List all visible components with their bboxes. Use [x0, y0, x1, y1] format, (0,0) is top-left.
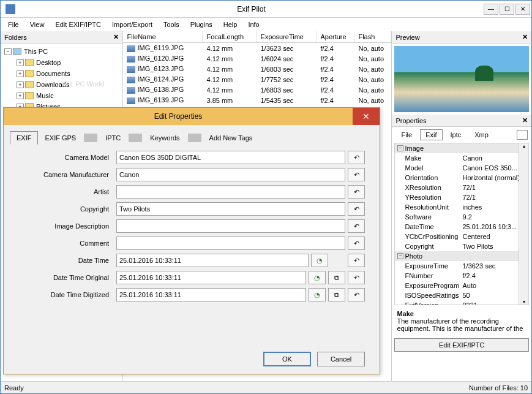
property-row[interactable]: ResolutionUnitinches — [395, 202, 528, 212]
menu-tools[interactable]: Tools — [159, 20, 184, 29]
input-datetime-original[interactable] — [116, 271, 306, 284]
input-camera-model[interactable] — [116, 151, 345, 164]
tree-item-documents[interactable]: +Documents — [2, 68, 121, 79]
dialog-titlebar[interactable]: Edit Properties ✕ — [4, 108, 380, 125]
dialog-close-button[interactable]: ✕ — [353, 108, 380, 125]
property-row[interactable]: YResolution72/1 — [395, 192, 528, 202]
menu-view[interactable]: View — [25, 20, 50, 29]
tab-iptc[interactable]: IPTC — [99, 131, 127, 145]
menu-import-export[interactable]: Import/Export — [107, 20, 157, 29]
help-title: Make — [397, 310, 526, 317]
folders-close-icon[interactable]: ✕ — [113, 33, 119, 41]
input-comment[interactable] — [116, 237, 345, 250]
property-row[interactable]: ExposureProgramAuto — [395, 281, 528, 290]
input-artist[interactable] — [116, 185, 345, 199]
property-row[interactable]: ModelCanon EOS 350... — [395, 163, 528, 173]
label-datetime: Date Time — [18, 257, 116, 264]
app-title: Exif Pilot — [19, 5, 484, 13]
property-row[interactable]: DateTime25.01.2016 10:3... — [395, 222, 528, 232]
table-row[interactable]: IMG_6124.JPG4.12 mm1/7752 secf/2.4No, au… — [123, 74, 391, 85]
clock-icon[interactable]: ◔ — [309, 288, 326, 301]
edit-exif-iptc-button[interactable]: Edit EXIF/IPTC — [394, 338, 529, 352]
preview-close-icon[interactable]: ✕ — [522, 33, 528, 41]
dialog-tabs: EXIF EXIF GPS IPTC Keywords Add New Tags — [4, 125, 380, 145]
tab-exif[interactable]: EXIF — [10, 131, 38, 145]
property-row[interactable]: XResolution72/1 — [395, 183, 528, 192]
undo-icon[interactable]: ↶ — [348, 202, 365, 216]
property-row[interactable]: OrientationHorizontal (normal) — [395, 173, 528, 183]
menu-edit-exif[interactable]: Edit EXIF/IPTC — [50, 20, 106, 29]
table-row[interactable]: IMG_6119.JPG4.12 mm1/3623 secf/2.4No, au… — [123, 43, 391, 53]
folder-icon — [25, 59, 34, 66]
input-datetime-digitized[interactable] — [116, 288, 306, 301]
properties-tabs: File Exif Iptc Xmp — [392, 127, 531, 143]
input-copyright[interactable] — [116, 202, 345, 216]
property-group[interactable]: −Photo — [395, 251, 528, 261]
statusbar: Ready Number of Files: 10 — [1, 381, 531, 393]
folder-icon — [25, 81, 34, 88]
copy-icon[interactable]: ⧉ — [328, 288, 345, 301]
undo-icon[interactable]: ↶ — [348, 168, 365, 181]
input-datetime[interactable] — [116, 254, 309, 267]
undo-icon[interactable]: ↶ — [348, 271, 365, 284]
undo-icon[interactable]: ↶ — [348, 237, 365, 250]
tree-item-downloads[interactable]: +Downloads — [2, 79, 121, 90]
col-exposuretime[interactable]: ExposureTime — [257, 31, 317, 42]
property-row[interactable]: ISOSpeedRatings50 — [395, 290, 528, 300]
property-row[interactable]: ExposureTime1/3623 sec — [395, 261, 528, 271]
prop-tab-iptc[interactable]: Iptc — [445, 129, 467, 140]
label-copyright: Copyright — [18, 205, 116, 213]
preview-header: Preview ✕ — [392, 31, 531, 44]
col-aperture[interactable]: Aperture — [317, 31, 354, 42]
tree-item-music[interactable]: +Music — [2, 90, 121, 101]
gear-icon[interactable] — [517, 130, 528, 140]
prop-tab-file[interactable]: File — [395, 129, 418, 140]
table-row[interactable]: IMG_6139.JPG3.85 mm1/5435 secf/2.4No, au… — [123, 95, 391, 105]
prop-tab-xmp[interactable]: Xmp — [469, 129, 494, 140]
undo-icon[interactable]: ↶ — [348, 151, 365, 164]
col-flash[interactable]: Flash — [354, 31, 391, 42]
table-row[interactable]: IMG_6120.JPG4.12 mm1/6024 secf/2.4No, au… — [123, 53, 391, 64]
property-row[interactable]: ExifVersion0221 — [395, 300, 528, 305]
copy-icon[interactable]: ⧉ — [328, 271, 345, 284]
col-focallength[interactable]: FocalLength — [203, 31, 257, 42]
tab-add-new-tags[interactable]: Add New Tags — [203, 131, 260, 145]
menu-plugins[interactable]: Plugins — [185, 20, 217, 29]
cancel-button[interactable]: Cancel — [317, 352, 365, 366]
clock-icon[interactable]: ◔ — [311, 254, 328, 267]
status-ready: Ready — [4, 384, 24, 392]
undo-icon[interactable]: ↶ — [348, 185, 365, 199]
menu-help[interactable]: Help — [219, 20, 242, 29]
undo-icon[interactable]: ↶ — [348, 288, 365, 301]
tab-exif-gps[interactable]: EXIF GPS — [38, 131, 83, 145]
property-row[interactable]: CopyrightTwo Pilots — [395, 241, 528, 251]
input-img-desc[interactable] — [116, 219, 345, 233]
property-row[interactable]: MakeCanon — [395, 153, 528, 163]
clock-icon[interactable]: ◔ — [309, 271, 326, 284]
tree-item-desktop[interactable]: +Desktop — [2, 57, 121, 68]
table-row[interactable]: IMG_6123.JPG4.12 mm1/6803 secf/2.4No, au… — [123, 64, 391, 74]
undo-icon[interactable]: ↶ — [348, 219, 365, 233]
input-camera-mfr[interactable] — [116, 168, 345, 181]
prop-tab-exif[interactable]: Exif — [420, 129, 442, 140]
property-row[interactable]: YCbCrPositioningCentered — [395, 232, 528, 241]
property-row[interactable]: FNumberf/2.4 — [395, 271, 528, 281]
maximize-button[interactable]: ☐ — [500, 4, 514, 15]
close-button[interactable]: ✕ — [515, 4, 530, 15]
tab-keywords[interactable]: Keywords — [143, 131, 186, 145]
app-icon — [6, 4, 15, 14]
properties-close-icon[interactable]: ✕ — [522, 116, 528, 124]
scrollbar[interactable] — [519, 143, 528, 305]
minimize-button[interactable]: — — [484, 4, 498, 15]
ok-button[interactable]: OK — [263, 352, 311, 366]
menu-file[interactable]: File — [3, 20, 24, 29]
tree-root[interactable]: −This PC — [2, 46, 121, 57]
property-group[interactable]: −Image — [395, 143, 528, 153]
menu-info[interactable]: Info — [243, 20, 264, 29]
undo-icon[interactable]: ↶ — [348, 254, 365, 267]
properties-list: −ImageMakeCanonModelCanon EOS 350...Orie… — [394, 143, 529, 305]
property-row[interactable]: Software9.2 — [395, 212, 528, 222]
label-camera-model: Camera Model — [18, 154, 116, 161]
col-filename[interactable]: FileName — [123, 31, 203, 42]
table-row[interactable]: IMG_6138.JPG4.12 mm1/6803 secf/2.4No, au… — [123, 85, 391, 95]
